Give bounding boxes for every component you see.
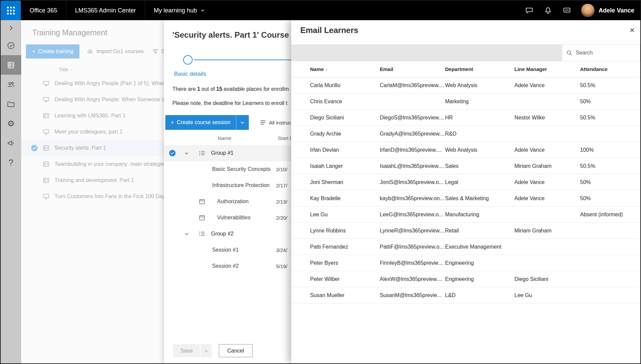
office365-home-link[interactable]: Office 365 xyxy=(21,1,66,20)
column-header-name[interactable]: Name↑ xyxy=(310,66,380,72)
column-header-attendance[interactable]: Attendance xyxy=(580,66,640,72)
learner-department: Engineering xyxy=(445,260,514,266)
session-name-column-header[interactable]: Name xyxy=(218,135,231,141)
learner-email: DiegoS@lms365preview.... xyxy=(380,115,445,121)
training-row[interactable]: Security alerts. Part 1 xyxy=(21,140,164,156)
email-learner-row[interactable]: Peter WilberAlexW@lms365preview....Engin… xyxy=(291,271,640,287)
session-start-date: 2/13/ xyxy=(276,199,287,205)
email-learner-row[interactable]: Lee GuLeeG@lms365preview.o...Manufacturi… xyxy=(291,207,640,223)
training-row[interactable]: Teambuilding in your company: main strat… xyxy=(21,156,164,172)
rail-item-training-management[interactable] xyxy=(1,55,21,75)
rail-item-settings[interactable]: ⚙ xyxy=(1,114,21,133)
plus-icon: + xyxy=(32,48,35,54)
email-learner-row[interactable]: Irfan DevlanIrfanD@lms365preview....Web … xyxy=(291,142,640,158)
session-row[interactable]: Vulnerabilities2/20/ xyxy=(164,210,291,226)
create-training-button[interactable]: + Create training xyxy=(26,44,79,59)
webinar-icon xyxy=(43,96,49,103)
title-column-label: Title xyxy=(59,67,68,72)
wizard-step-circle[interactable] xyxy=(183,55,193,65)
rail-expand-button[interactable] xyxy=(1,20,21,36)
learners-table: Name↑ Email Department Line Manager Atte… xyxy=(291,61,640,303)
email-learner-row[interactable]: Patti FernandezPattiF@lms365preview.o...… xyxy=(291,239,640,255)
email-learner-row[interactable]: Diego SicilianiDiegoS@lms365preview....H… xyxy=(291,110,640,126)
chevron-down-icon[interactable] xyxy=(184,231,189,236)
create-training-label: Create training xyxy=(38,48,73,54)
email-learner-row[interactable]: Isaiah LangerIsaiahL@lms365preview....Sa… xyxy=(291,158,640,174)
session-row[interactable]: Group #2 xyxy=(164,226,291,242)
session-row[interactable]: Authorization2/13/ xyxy=(164,193,291,210)
learner-department: Legal xyxy=(445,179,514,185)
rail-item-dashboard[interactable] xyxy=(1,36,21,55)
session-start-date: 2/10/ xyxy=(276,167,287,172)
training-row[interactable]: Training and development. Part 1 xyxy=(21,172,164,188)
notifications-button[interactable] xyxy=(539,1,558,20)
email-learner-row[interactable]: Susan MuellerSusanM@lms365previe...L&DLe… xyxy=(291,287,640,303)
learner-name: Peter Wilber xyxy=(310,276,380,282)
session-row[interactable]: Session #25/19/ xyxy=(164,258,291,274)
email-learner-row[interactable]: Joni ShermanJoniS@lms365preview.o...Lega… xyxy=(291,174,640,190)
title-column-header[interactable]: Title↑ xyxy=(59,67,72,72)
rail-item-announcements[interactable] xyxy=(1,133,21,153)
learner-email: PattiF@lms365preview.o... xyxy=(380,244,445,250)
column-header-department[interactable]: Department xyxy=(445,66,514,72)
admin-center-title[interactable]: LMS365 Admin Center xyxy=(66,1,145,20)
import-go1-button[interactable]: Import Go1 courses xyxy=(87,48,144,55)
learner-manager: Diego Siciliani xyxy=(514,276,580,282)
training-row[interactable]: Dealing With Angry People (Part 1 of 5):… xyxy=(21,75,164,92)
rail-item-learners[interactable] xyxy=(1,75,21,94)
instructors-filter-dropdown[interactable]: All instructors xyxy=(260,119,291,126)
session-row[interactable]: Infrastructure Protection2/17/ xyxy=(164,177,291,193)
people-icon xyxy=(7,80,15,89)
feedback-button[interactable] xyxy=(558,1,576,20)
learner-manager: Lee Gu xyxy=(514,292,580,298)
create-session-button[interactable]: + Create course session xyxy=(165,115,236,130)
cancel-button[interactable]: Cancel xyxy=(219,344,252,357)
search-input[interactable] xyxy=(576,50,636,56)
session-label: Basic Security Concepts xyxy=(212,166,270,172)
rail-item-help[interactable]: ? xyxy=(1,153,21,172)
learner-department: Retail xyxy=(445,228,514,234)
email-learner-row[interactable]: Grady ArchieGradyA@lms365preview....R&D xyxy=(291,126,640,142)
selected-check-icon xyxy=(31,145,38,151)
column-header-line-manager[interactable]: Line Manager xyxy=(514,66,580,72)
account-button[interactable]: Adele Vance xyxy=(576,4,640,17)
session-start-date: 2/20/ xyxy=(276,215,287,221)
email-learners-title: Email Learners xyxy=(300,26,358,35)
email-learner-row[interactable]: Kay Bradellekayb@lms365preview.on...Sale… xyxy=(291,190,640,207)
email-learner-row[interactable]: Chris EvanceMarketing50% xyxy=(291,94,640,110)
select-view-button[interactable]: Sel xyxy=(153,48,164,54)
chevron-down-icon xyxy=(204,349,209,353)
learner-name: Susan Mueller xyxy=(310,292,380,298)
learner-attendance: 50% xyxy=(580,195,640,202)
training-row[interactable]: Learning with LMS365. Part 1 xyxy=(21,108,164,124)
learner-attendance: 100% xyxy=(580,147,640,153)
available-places-count: 1 xyxy=(197,86,200,92)
email-learner-row[interactable]: Peter ByersFinnleyB@lms365previe...Engin… xyxy=(291,255,640,271)
training-row[interactable]: Meet your colleagues, part 1 xyxy=(21,124,164,140)
save-options-button[interactable] xyxy=(201,344,212,357)
session-row[interactable]: Session #13/24/ xyxy=(164,242,291,258)
training-row[interactable]: Turn Customers Into Fans in the First 10… xyxy=(21,188,164,205)
learning-hub-dropdown[interactable]: My learning hub xyxy=(145,1,214,20)
column-header-email[interactable]: Email xyxy=(380,66,445,72)
save-button[interactable]: Save xyxy=(173,344,200,357)
webinar-icon xyxy=(43,80,49,87)
email-learner-row[interactable]: Lynne RobbinsLynneR@lms365preview....Ret… xyxy=(291,223,640,239)
group-list-icon xyxy=(199,150,205,156)
email-learner-row[interactable]: Carla MurilloCarlaM@lms365preview....Web… xyxy=(291,77,640,94)
filter-icon xyxy=(153,48,159,54)
wizard-step-label[interactable]: Basic details xyxy=(174,71,206,77)
training-row[interactable]: Dealing With Angry People: When Someone … xyxy=(21,92,164,108)
rail-item-course-catalog[interactable] xyxy=(1,94,21,114)
learner-manager: Miriam Graham xyxy=(514,163,580,169)
close-panel-button[interactable]: ✕ xyxy=(629,27,635,34)
chat-button[interactable] xyxy=(520,1,539,20)
session-row[interactable]: Group #1 xyxy=(164,145,291,161)
session-start-column-header[interactable]: Start Da xyxy=(278,135,291,141)
create-session-options-button[interactable] xyxy=(236,115,249,130)
app-launcher-button[interactable] xyxy=(1,1,21,20)
row-selected-check-icon[interactable] xyxy=(169,150,176,156)
chevron-down-icon[interactable] xyxy=(184,151,189,156)
session-row[interactable]: Basic Security Concepts2/10/ xyxy=(164,161,291,177)
learner-attendance: 50% xyxy=(580,99,640,105)
